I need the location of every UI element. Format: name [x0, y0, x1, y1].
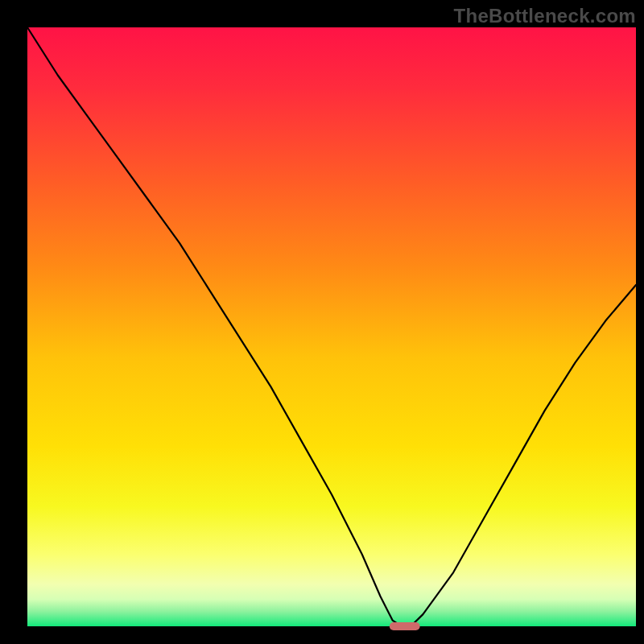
optimal-marker — [390, 622, 420, 630]
watermark-label: TheBottleneck.com — [454, 5, 636, 27]
bottleneck-chart — [0, 0, 644, 644]
plot-background — [27, 27, 636, 626]
chart-container: TheBottleneck.com — [0, 0, 644, 644]
